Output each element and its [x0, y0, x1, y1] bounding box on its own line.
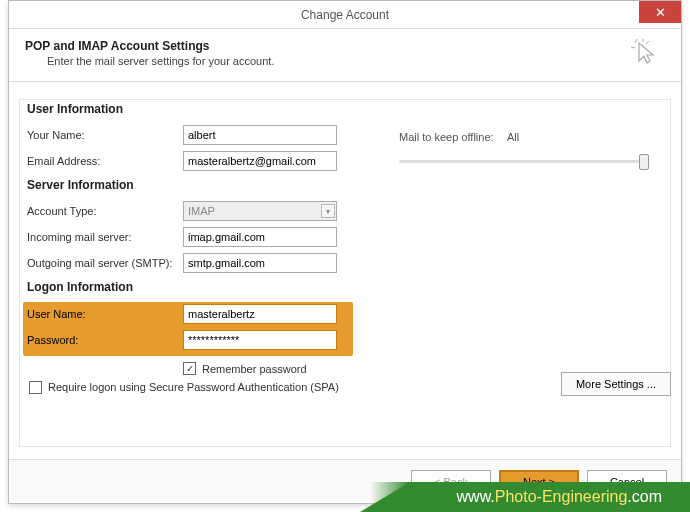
account-type-value — [183, 201, 337, 221]
change-account-window: Change Account ✕ POP and IMAP Account Se… — [8, 0, 682, 504]
section-logon-info: Logon Information — [27, 280, 663, 294]
outgoing-server-input[interactable] — [183, 253, 337, 273]
close-icon: ✕ — [655, 5, 666, 20]
label-user-name: User Name: — [27, 308, 183, 320]
svg-line-0 — [635, 39, 637, 43]
section-server-info: Server Information — [27, 178, 663, 192]
label-password: Password: — [27, 334, 183, 346]
spa-checkbox[interactable] — [29, 381, 42, 394]
spa-label: Require logon using Secure Password Auth… — [48, 381, 339, 393]
your-name-input[interactable] — [183, 125, 337, 145]
account-type-select: ▾ — [183, 201, 337, 221]
label-account-type: Account Type: — [27, 205, 183, 217]
header-subtitle: Enter the mail server settings for your … — [47, 55, 665, 67]
label-email: Email Address: — [27, 155, 183, 167]
mail-keep-label: Mail to keep offline: — [399, 131, 494, 143]
cursor-icon — [631, 39, 661, 69]
label-incoming: Incoming mail server: — [27, 231, 183, 243]
dialog-content: User Information Your Name: Email Addres… — [9, 82, 681, 404]
email-input[interactable] — [183, 151, 337, 171]
svg-line-2 — [646, 41, 649, 44]
label-your-name: Your Name: — [27, 129, 183, 141]
svg-line-3 — [631, 47, 635, 48]
more-settings-button[interactable]: More Settings ... — [561, 372, 671, 396]
label-outgoing: Outgoing mail server (SMTP): — [27, 257, 183, 269]
password-input[interactable] — [183, 330, 337, 350]
chevron-down-icon: ▾ — [321, 204, 335, 218]
mail-offline-pane: Mail to keep offline: All — [399, 130, 649, 172]
watermark-banner: www.Photo-Engineering.com — [340, 482, 690, 512]
user-name-input[interactable] — [183, 304, 337, 324]
slider-thumb[interactable] — [639, 154, 649, 170]
banner-tld: .com — [627, 488, 662, 505]
slider-track — [399, 160, 649, 163]
mail-keep-value: All — [507, 131, 519, 143]
logon-highlight-block: User Name: Password: — [23, 302, 353, 356]
remember-password-label: Remember password — [202, 363, 307, 375]
titlebar: Change Account ✕ — [9, 1, 681, 29]
section-user-info: User Information — [27, 102, 663, 116]
banner-site: Photo-Engineering — [495, 488, 628, 505]
banner-www: www. — [457, 488, 495, 505]
window-title: Change Account — [301, 8, 389, 22]
close-button[interactable]: ✕ — [639, 1, 681, 23]
header-title: POP and IMAP Account Settings — [25, 39, 665, 53]
remember-password-checkbox[interactable]: ✓ — [183, 362, 196, 375]
incoming-server-input[interactable] — [183, 227, 337, 247]
mail-keep-slider[interactable] — [399, 152, 649, 172]
dialog-header: POP and IMAP Account Settings Enter the … — [9, 29, 681, 82]
